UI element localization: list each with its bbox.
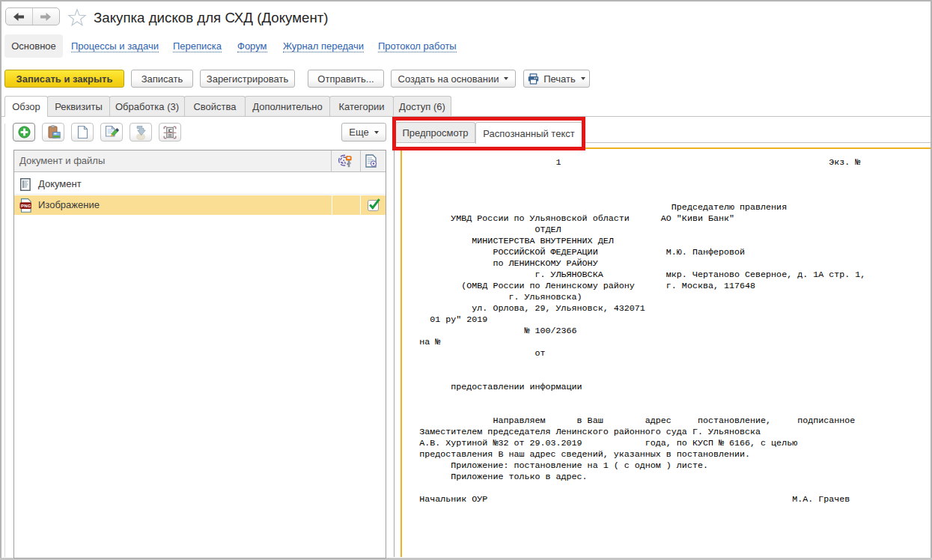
svg-text:PNG: PNG: [21, 204, 31, 208]
